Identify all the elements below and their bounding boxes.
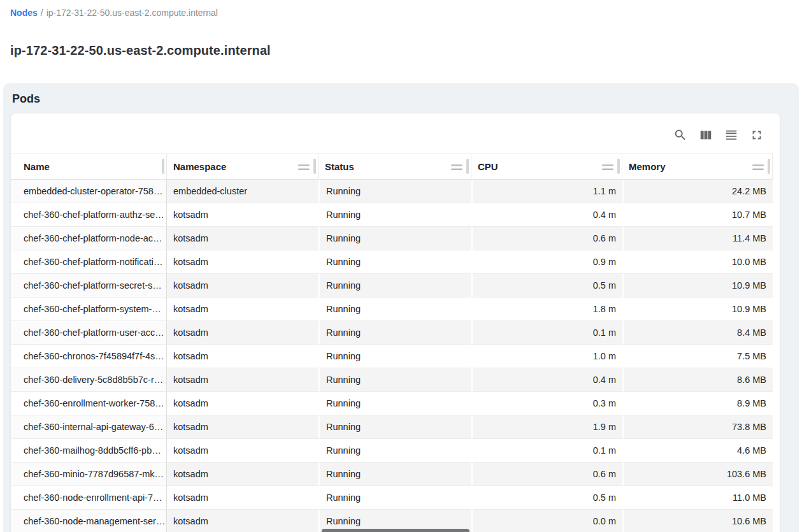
cell-namespace: kotsadm xyxy=(167,439,319,463)
cell-memory: 8.4 MB xyxy=(622,321,773,345)
cell-name: chef-360-chef-platform-secret-s… xyxy=(11,274,167,298)
cell-name: chef-360-node-management-ser… xyxy=(11,510,167,532)
cell-namespace: kotsadm xyxy=(167,510,319,532)
show-hide-columns-icon xyxy=(699,128,713,142)
cell-memory: 8.6 MB xyxy=(622,368,773,392)
cell-memory: 7.5 MB xyxy=(622,345,773,368)
cell-status: Running xyxy=(319,463,471,486)
cell-cpu: 1.1 m xyxy=(471,180,622,203)
cell-status: Running xyxy=(319,203,471,227)
cell-name: chef-360-chef-platform-notificati… xyxy=(11,250,167,274)
column-drag-handle-icon[interactable] xyxy=(451,162,462,170)
column-header-name[interactable]: Name xyxy=(11,153,167,180)
column-resize-handle[interactable] xyxy=(617,159,620,174)
column-drag-handle-icon[interactable] xyxy=(298,162,310,170)
column-resize-handle[interactable] xyxy=(313,159,316,174)
cell-namespace: kotsadm xyxy=(167,486,319,510)
fullscreen-icon xyxy=(750,128,764,142)
table-row[interactable]: chef-360-node-enrollment-api-7…kotsadmRu… xyxy=(11,486,773,510)
cell-memory: 10.0 MB xyxy=(622,250,773,274)
cell-memory: 10.9 MB xyxy=(622,274,773,298)
table-row[interactable]: chef-360-chronos-7f45894f7f-4s…kotsadmRu… xyxy=(11,345,773,368)
table-row[interactable]: chef-360-chef-platform-node-ac…kotsadmRu… xyxy=(11,227,773,250)
cell-cpu: 0.1 m xyxy=(471,439,622,463)
cell-name: chef-360-chef-platform-authz-se… xyxy=(11,203,167,227)
column-header-label: Status xyxy=(325,161,354,172)
cell-name: chef-360-mailhog-8ddb5cff6-pb… xyxy=(11,439,167,463)
table-row[interactable]: chef-360-minio-7787d96587-mk…kotsadmRunn… xyxy=(11,463,773,486)
table-row[interactable]: chef-360-mailhog-8ddb5cff6-pb…kotsadmRun… xyxy=(11,439,773,463)
cell-status: Running xyxy=(319,415,471,439)
cell-cpu: 0.5 m xyxy=(471,486,622,510)
cell-memory: 8.9 MB xyxy=(622,392,773,415)
column-header-label: Memory xyxy=(629,161,666,172)
cell-namespace: kotsadm xyxy=(167,368,319,392)
cell-memory: 10.7 MB xyxy=(622,203,773,227)
cell-memory: 4.6 MB xyxy=(622,439,773,463)
cell-memory: 10.9 MB xyxy=(622,298,773,321)
cell-cpu: 1.8 m xyxy=(471,298,622,321)
cell-status: Running xyxy=(319,345,471,368)
pods-section-card: Pods xyxy=(3,83,799,532)
cell-namespace: kotsadm xyxy=(167,203,319,227)
breadcrumb-nodes-link[interactable]: Nodes xyxy=(10,8,38,18)
table-row[interactable]: chef-360-chef-platform-secret-s…kotsadmR… xyxy=(11,274,773,298)
cell-status: Running xyxy=(319,227,471,250)
cell-namespace: kotsadm xyxy=(167,463,319,486)
column-header-status[interactable]: Status xyxy=(319,153,471,180)
breadcrumb-current-page: ip-172-31-22-50.us-east-2.compute.intern… xyxy=(47,8,218,18)
column-header-namespace[interactable]: Namespace xyxy=(167,153,319,180)
table-row[interactable]: chef-360-chef-platform-user-acc…kotsadmR… xyxy=(11,321,773,345)
column-header-label: Namespace xyxy=(173,161,226,172)
table-row[interactable]: chef-360-enrollment-worker-758…kotsadmRu… xyxy=(11,392,773,415)
cell-namespace: kotsadm xyxy=(167,298,319,321)
cell-name: chef-360-enrollment-worker-758… xyxy=(11,392,167,415)
fullscreen-button[interactable] xyxy=(749,127,764,143)
table-row[interactable]: chef-360-chef-platform-authz-se…kotsadmR… xyxy=(11,203,773,227)
column-resize-handle[interactable] xyxy=(162,159,164,174)
column-resize-handle[interactable] xyxy=(466,159,469,174)
cell-name: chef-360-chef-platform-node-ac… xyxy=(11,227,167,250)
show-hide-columns-button[interactable] xyxy=(698,127,713,143)
cell-name: chef-360-chef-platform-system-… xyxy=(11,298,167,321)
cell-status: Running xyxy=(319,274,471,298)
cell-name: chef-360-node-enrollment-api-7… xyxy=(11,486,167,510)
table-row[interactable]: chef-360-delivery-5c8d8b5b7c-r…kotsadmRu… xyxy=(11,368,773,392)
column-header-memory[interactable]: Memory xyxy=(622,153,773,180)
cell-status: Running xyxy=(319,321,471,345)
cell-cpu: 1.0 m xyxy=(471,345,622,368)
cell-namespace: embedded-cluster xyxy=(167,180,319,203)
density-toggle-icon xyxy=(724,128,738,142)
cell-memory: 24.2 MB xyxy=(622,180,773,203)
density-toggle-button[interactable] xyxy=(724,127,739,143)
cell-cpu: 0.9 m xyxy=(471,250,622,274)
table-header-row: NameNamespaceStatusCPUMemory xyxy=(11,153,773,180)
page-title: ip-172-31-22-50.us-east-2.compute.intern… xyxy=(10,43,271,58)
cell-name: chef-360-chef-platform-user-acc… xyxy=(11,321,167,345)
cell-memory: 10.6 MB xyxy=(622,510,773,532)
cell-namespace: kotsadm xyxy=(167,274,319,298)
cell-cpu: 0.1 m xyxy=(471,321,622,345)
horizontal-scrollbar-thumb[interactable] xyxy=(322,529,469,532)
column-header-label: CPU xyxy=(478,161,498,172)
breadcrumb-separator: / xyxy=(41,8,43,18)
cell-memory: 11.4 MB xyxy=(622,227,773,250)
cell-cpu: 0.3 m xyxy=(471,392,622,415)
cell-name: chef-360-minio-7787d96587-mk… xyxy=(11,463,167,486)
search-button[interactable] xyxy=(673,127,688,143)
table-row[interactable]: chef-360-internal-api-gateway-6…kotsadmR… xyxy=(11,415,773,439)
cell-status: Running xyxy=(319,486,471,510)
column-drag-handle-icon[interactable] xyxy=(602,162,613,170)
column-resize-handle[interactable] xyxy=(768,159,770,174)
table-row[interactable]: chef-360-chef-platform-notificati…kotsad… xyxy=(11,250,773,274)
cell-cpu: 0.6 m xyxy=(471,227,622,250)
cell-name: chef-360-internal-api-gateway-6… xyxy=(11,415,167,439)
cell-namespace: kotsadm xyxy=(167,321,319,345)
pods-table: NameNamespaceStatusCPUMemory embedded-cl… xyxy=(11,153,773,532)
cell-status: Running xyxy=(319,180,471,203)
column-drag-handle-icon[interactable] xyxy=(752,162,764,170)
table-row[interactable]: embedded-cluster-operator-758…embedded-c… xyxy=(11,180,773,203)
column-header-cpu[interactable]: CPU xyxy=(471,153,622,180)
cell-name: chef-360-chronos-7f45894f7f-4s… xyxy=(11,345,167,368)
table-row[interactable]: chef-360-chef-platform-system-…kotsadmRu… xyxy=(11,298,773,321)
